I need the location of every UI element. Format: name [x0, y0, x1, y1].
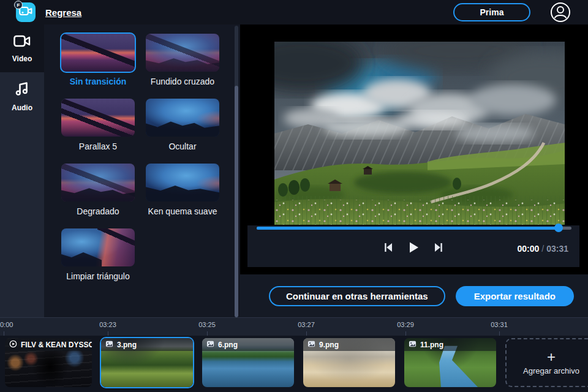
timeline-clip-11png[interactable]: 11.png: [404, 338, 496, 387]
transition-label: Ken quema suave: [148, 206, 217, 216]
player-controls-bar: 00:00/03:31: [247, 225, 579, 267]
clip-name: 3.png: [117, 341, 137, 349]
current-time: 00:00: [517, 244, 539, 254]
transition-label: Degradado: [77, 206, 119, 216]
image-icon: [105, 340, 113, 350]
image-icon: [409, 340, 417, 350]
transition-option-hide[interactable]: Ocultar: [146, 99, 219, 151]
video-preview-frame: [274, 42, 565, 225]
sidebar-item-label: Video: [12, 55, 32, 63]
previous-frame-button[interactable]: [383, 242, 394, 253]
clip-label: 11.png: [404, 338, 496, 351]
transition-label: Ocultar: [168, 141, 196, 151]
clip-name: 11.png: [420, 341, 443, 349]
clip-name: 6.png: [218, 341, 238, 349]
transition-thumbnail: [61, 99, 135, 137]
transitions-grid: Sin transición Fundido cruzado Parallax …: [44, 24, 240, 281]
play-circle-icon: [9, 340, 17, 350]
back-link[interactable]: Regresa: [45, 7, 81, 18]
transition-option-wipe-triangle[interactable]: Limpiar triángulo: [61, 228, 135, 281]
timeline-clips-strip: FILV & KEAN DYSSO - ... 3.png 6.png: [0, 336, 588, 392]
transition-thumbnail: [146, 99, 219, 137]
ruler-label: 03:31: [491, 321, 508, 328]
clip-label: 6.png: [202, 338, 294, 351]
duration: 03:31: [546, 244, 568, 254]
transition-option-gradient[interactable]: Degradado: [61, 164, 135, 216]
transition-option-none[interactable]: Sin transición: [61, 34, 135, 86]
transition-option-crossfade[interactable]: Fundido cruzado: [146, 34, 219, 86]
ruler-label: 0:00: [0, 321, 13, 328]
transition-label: Limpiar triángulo: [66, 271, 130, 281]
user-avatar-icon[interactable]: [550, 2, 571, 23]
transition-thumbnail: [146, 164, 219, 202]
logo-badge: F: [14, 1, 23, 9]
ruler-tick: [207, 331, 208, 336]
ruler-label: 03:25: [198, 321, 216, 328]
tools-sidebar: Video Audio: [0, 24, 44, 317]
continue-other-tools-button[interactable]: Continuar en otras herramientas: [269, 286, 445, 306]
clip-label: 9.png: [303, 338, 395, 351]
progress-fill: [257, 227, 559, 230]
transitions-panel: Sin transición Fundido cruzado Parallax …: [44, 24, 240, 317]
transition-thumbnail: [61, 228, 135, 266]
ruler-tick: [108, 331, 108, 336]
ruler-label: 03:27: [298, 321, 315, 328]
app-logo[interactable]: F: [16, 2, 36, 22]
sidebar-item-audio[interactable]: Audio: [0, 72, 44, 120]
clip-name: 9.png: [319, 341, 339, 349]
music-note-icon: [15, 81, 29, 99]
ruler-tick: [499, 331, 500, 336]
landscape-preview-image: [274, 42, 565, 225]
sidebar-item-video[interactable]: Video: [0, 24, 44, 72]
timeline-ruler[interactable]: 0:00 03:23 03:25 03:27 03:29 03:31: [0, 317, 588, 336]
clip-name: FILV & KEAN DYSSO - ...: [21, 341, 92, 349]
progress-bar[interactable]: [257, 227, 571, 230]
plus-icon: +: [547, 350, 556, 364]
next-frame-icon: [433, 242, 444, 253]
play-button[interactable]: [407, 241, 420, 254]
timeline-clip-6png[interactable]: 6.png: [202, 338, 294, 387]
ruler-tick: [306, 331, 307, 336]
image-icon: [307, 340, 315, 350]
transition-option-kenburns[interactable]: Ken quema suave: [146, 164, 219, 216]
header-bar: F Regresa Prima: [0, 0, 588, 24]
timeline-clip-audio[interactable]: FILV & KEAN DYSSO - ...: [5, 338, 92, 387]
actions-bar: Continuar en otras herramientas Exportar…: [240, 274, 588, 317]
ruler-label: 03:29: [397, 321, 414, 328]
ruler-label: 03:23: [99, 321, 116, 328]
panel-scrollbar-thumb[interactable]: [235, 86, 238, 317]
next-frame-button[interactable]: [433, 242, 444, 253]
clip-label: 3.png: [101, 338, 193, 351]
add-file-button[interactable]: + Agregar archivo: [505, 338, 588, 387]
timeline-clip-3png[interactable]: 3.png: [101, 338, 193, 387]
progress-handle[interactable]: [554, 224, 563, 232]
image-icon: [206, 340, 214, 350]
sidebar-item-label: Audio: [12, 104, 32, 112]
video-player: 00:00/03:31: [240, 24, 588, 274]
transition-label: Fundido cruzado: [151, 77, 214, 86]
transition-thumbnail: [61, 34, 135, 72]
time-separator: /: [539, 244, 546, 254]
play-icon: [407, 241, 420, 254]
time-display: 00:00/03:31: [517, 244, 568, 254]
transition-option-parallax[interactable]: Parallax 5: [61, 99, 135, 151]
transition-label: Parallax 5: [79, 141, 117, 151]
transition-label: Sin transición: [70, 77, 127, 86]
ruler-tick: [4, 331, 4, 336]
export-result-button[interactable]: Exportar resultado: [456, 286, 574, 306]
clip-label: FILV & KEAN DYSSO - ...: [5, 338, 92, 351]
premium-button[interactable]: Prima: [453, 3, 530, 21]
ruler-tick: [405, 331, 406, 336]
timeline-clip-9png[interactable]: 9.png: [303, 338, 395, 387]
transition-thumbnail: [146, 34, 219, 72]
video-camera-icon: [13, 34, 31, 50]
previous-frame-icon: [383, 242, 394, 253]
transition-thumbnail: [61, 164, 135, 202]
add-file-label: Agregar archivo: [523, 366, 579, 375]
